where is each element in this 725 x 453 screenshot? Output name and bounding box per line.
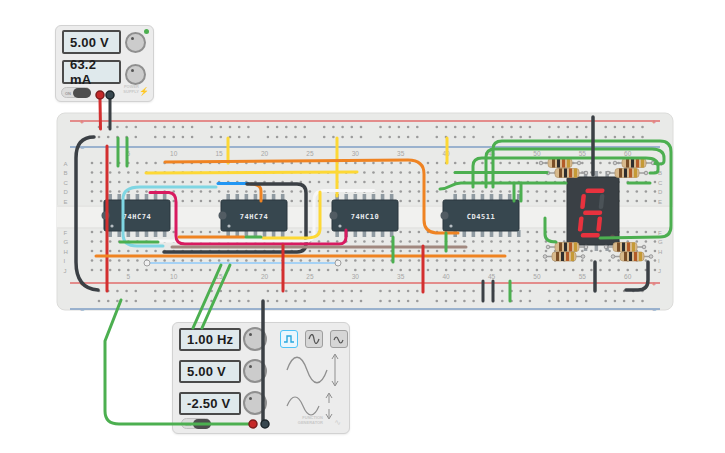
ic-label: 74HC74 xyxy=(240,213,268,221)
rail-polarity-label: − xyxy=(80,307,84,314)
rail-polarity-label: − xyxy=(80,145,84,152)
resistor-4[interactable] xyxy=(546,243,588,252)
column-label: 55 xyxy=(579,273,587,280)
column-label: 25 xyxy=(306,273,314,280)
power-supply-brand: POWER SUPPLY xyxy=(123,84,139,94)
rail-polarity-label: + xyxy=(652,281,656,288)
green-loop-a[interactable] xyxy=(473,158,658,187)
row-label: J xyxy=(658,268,661,274)
resistor-2[interactable] xyxy=(546,169,588,178)
row-label: D xyxy=(64,189,69,195)
row-label: E xyxy=(64,199,68,205)
cyan-loop[interactable] xyxy=(123,187,216,246)
rail-polarity-label: − xyxy=(652,145,656,152)
left-black-loop[interactable] xyxy=(76,137,98,290)
triangle-wave-button[interactable] xyxy=(330,330,348,348)
offset-display: -2.50 V xyxy=(179,392,241,415)
offset-value: -2.50 V xyxy=(187,396,230,411)
column-label: 40 xyxy=(443,273,451,280)
current-knob[interactable] xyxy=(125,64,146,85)
black-mid-loop[interactable] xyxy=(164,184,306,252)
lightning-icon: ⚡ xyxy=(139,87,149,96)
column-label: 45 xyxy=(488,150,496,157)
white-loop[interactable] xyxy=(152,191,374,242)
row-label: I xyxy=(658,258,660,264)
seven-segment-display[interactable] xyxy=(567,171,620,251)
offset-knob[interactable] xyxy=(243,391,267,415)
ic-cd4511-3[interactable]: CD4511 xyxy=(441,194,521,237)
row-label: H xyxy=(658,249,662,255)
column-label: 25 xyxy=(306,150,314,157)
column-label: 30 xyxy=(352,150,360,157)
column-label: 20 xyxy=(261,273,269,280)
green-loop-c[interactable] xyxy=(493,141,671,238)
orange-rowA[interactable] xyxy=(165,160,458,233)
amplitude-waveform-diagram xyxy=(285,351,341,389)
resistor-7[interactable] xyxy=(611,252,653,261)
power-supply-toggle[interactable]: ON xyxy=(61,87,91,98)
column-label: 60 xyxy=(624,273,632,280)
frequency-knob[interactable] xyxy=(243,327,267,351)
ic-74hc10-2[interactable]: 74HC10 xyxy=(330,194,399,237)
ic-74hc74-1[interactable]: 74HC74 xyxy=(219,194,288,237)
magenta-loop[interactable] xyxy=(150,193,346,245)
toggle-on-label: ON xyxy=(65,91,71,96)
row-label: D xyxy=(658,189,663,195)
rail-polarity-label: + xyxy=(652,119,656,126)
resistor-3[interactable] xyxy=(606,169,648,178)
green-slant-2[interactable] xyxy=(193,265,221,328)
green-loop-b[interactable] xyxy=(486,149,664,187)
column-label: 15 xyxy=(216,273,224,280)
frequency-display: 1.00 Hz xyxy=(179,328,241,351)
column-label: 35 xyxy=(397,273,405,280)
row-label: H xyxy=(64,249,68,255)
row-label: C xyxy=(64,180,69,186)
segment-a xyxy=(585,189,604,194)
resistor-0[interactable] xyxy=(539,159,581,168)
function-generator[interactable]: 1.00 Hz 5.00 V -2.50 V xyxy=(172,322,350,434)
wire-endpoint[interactable] xyxy=(335,260,341,266)
row-label: G xyxy=(64,239,69,245)
yellow-rowB[interactable] xyxy=(146,172,357,173)
power-supply[interactable]: 5.00 V 63.2 mA ON POWER SUPPLY ⚡ xyxy=(55,25,154,102)
resistor-1[interactable] xyxy=(613,159,655,168)
sine-wave-icon xyxy=(308,334,320,344)
green-rowC[interactable] xyxy=(440,183,566,189)
sine-wave-button[interactable] xyxy=(305,330,323,348)
square-wave-button[interactable] xyxy=(280,330,298,348)
toggle-knob[interactable] xyxy=(73,88,91,98)
column-label: 10 xyxy=(170,150,178,157)
row-label: C xyxy=(658,180,663,186)
column-label: 15 xyxy=(216,150,224,157)
black-bottom-bend[interactable] xyxy=(626,262,648,290)
green-slant-1[interactable] xyxy=(202,265,230,328)
row-label: B xyxy=(658,170,662,176)
column-label: 5 xyxy=(127,150,131,157)
row-label: E xyxy=(658,199,662,205)
row-label: F xyxy=(658,230,662,236)
column-label: 60 xyxy=(624,150,632,157)
breadboard[interactable] xyxy=(57,113,673,310)
resistor-5[interactable] xyxy=(604,243,646,252)
yellow-rowG-up[interactable] xyxy=(263,192,320,238)
square-wave-icon xyxy=(283,334,295,344)
voltage-knob[interactable] xyxy=(125,32,146,53)
fg-toggle-knob[interactable] xyxy=(193,419,211,429)
segment-f xyxy=(580,194,586,209)
column-label: 55 xyxy=(579,150,587,157)
ic-label: CD4511 xyxy=(467,213,495,221)
amplitude-knob[interactable] xyxy=(243,359,267,383)
segment-g xyxy=(583,211,602,216)
column-label: 35 xyxy=(397,150,405,157)
ic-74hc74-0[interactable]: 74HC74 xyxy=(102,194,171,237)
green-display-hook[interactable] xyxy=(545,218,556,242)
power-supply-voltage-display: 5.00 V xyxy=(62,30,121,54)
triangle-wave-icon xyxy=(333,334,345,344)
center-channel xyxy=(57,205,673,229)
resistor-6[interactable] xyxy=(543,252,585,261)
psu-red-wire[interactable] xyxy=(100,99,101,129)
segment-e xyxy=(578,217,584,232)
orange-rowC-hook[interactable] xyxy=(251,184,261,201)
function-generator-toggle[interactable]: ON xyxy=(181,418,211,429)
wire-endpoint[interactable] xyxy=(144,260,150,266)
